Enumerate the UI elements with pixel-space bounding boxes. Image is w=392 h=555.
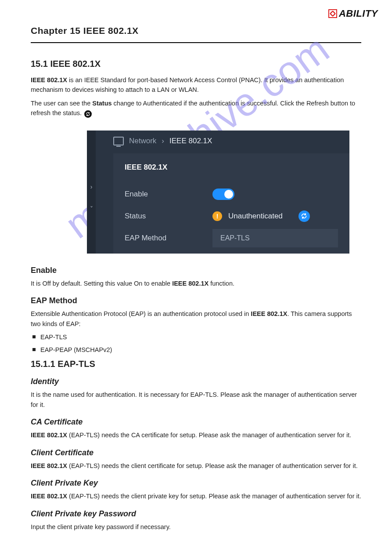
chevron-right-icon[interactable]: › — [90, 183, 93, 190]
chapter-title: Chapter 15 IEEE 802.1X — [31, 25, 361, 36]
monitor-icon — [113, 137, 124, 145]
eap-methods-list: EAP-TLS EAP-PEAP (MSCHAPv2) — [31, 332, 361, 355]
brand-logo: ABILITY — [328, 8, 378, 19]
eap-method-select[interactable]: EAP-TLS — [212, 229, 338, 247]
identity-body: It is the name used for authentication. … — [31, 390, 361, 410]
status-value: Unauthenticated — [228, 212, 283, 221]
row-enable: Enable — [125, 183, 338, 205]
ieee8021x-screenshot: › ˅ Network › IEEE 802.1X IEEE 802.1X En… — [87, 131, 349, 254]
list-item: EAP-PEAP (MSCHAPv2) — [31, 345, 361, 355]
eap-method-body: Extensible Authentication Protocol (EAP)… — [31, 309, 361, 329]
ca-cert-heading: CA Certificate — [31, 417, 361, 427]
intro-paragraph-2: The user can see the Status change to Au… — [31, 98, 361, 118]
ca-cert-body: IEEE 802.1X (EAP-TLS) needs the CA certi… — [31, 430, 361, 440]
client-key-heading: Client Private Key — [31, 479, 361, 488]
refresh-icon — [84, 110, 92, 118]
eap-method-heading: EAP Method — [31, 296, 361, 305]
panel-title: IEEE 802.1X — [125, 163, 338, 172]
sidebar: › ˅ — [87, 131, 96, 254]
enable-heading: Enable — [31, 266, 361, 275]
settings-panel: IEEE 802.1X Enable Status ! Unauthentica… — [113, 153, 349, 254]
list-item: EAP-TLS — [31, 332, 361, 342]
breadcrumb-root[interactable]: Network — [129, 137, 156, 145]
refresh-button[interactable] — [298, 210, 310, 222]
row-eap-method: EAP Method EAP-TLS — [125, 227, 338, 249]
eaptls-heading: 15.1.1 EAP-TLS — [31, 359, 361, 369]
intro-paragraph-1: IEEE 802.1X is an IEEE Standard for port… — [31, 75, 361, 95]
breadcrumb: Network › IEEE 802.1X — [113, 137, 212, 145]
client-cert-heading: Client Certificate — [31, 448, 361, 457]
eap-method-label: EAP Method — [125, 234, 212, 243]
status-label: Status — [125, 212, 212, 221]
brand-logo-icon — [328, 9, 337, 18]
breadcrumb-separator: › — [162, 137, 164, 145]
client-key-pw-heading: Client Private key Password — [31, 509, 361, 519]
brand-logo-text: ABILITY — [339, 8, 378, 19]
enable-toggle[interactable] — [212, 189, 234, 200]
warning-icon: ! — [212, 211, 222, 221]
enable-body: It is Off by default. Setting this value… — [31, 279, 361, 288]
client-key-body: IEEE 802.1X (EAP-TLS) needs the client p… — [31, 491, 361, 501]
divider — [31, 42, 361, 43]
chevron-down-icon[interactable]: ˅ — [90, 205, 93, 212]
client-key-pw-body: Input the client private key password if… — [31, 522, 361, 532]
breadcrumb-leaf: IEEE 802.1X — [169, 137, 212, 145]
section-title: 15.1 IEEE 802.1X — [31, 59, 361, 69]
enable-label: Enable — [125, 190, 212, 199]
client-cert-body: IEEE 802.1X (EAP-TLS) needs the client c… — [31, 461, 361, 471]
identity-heading: Identity — [31, 377, 361, 386]
row-status: Status ! Unauthenticated — [125, 205, 338, 227]
